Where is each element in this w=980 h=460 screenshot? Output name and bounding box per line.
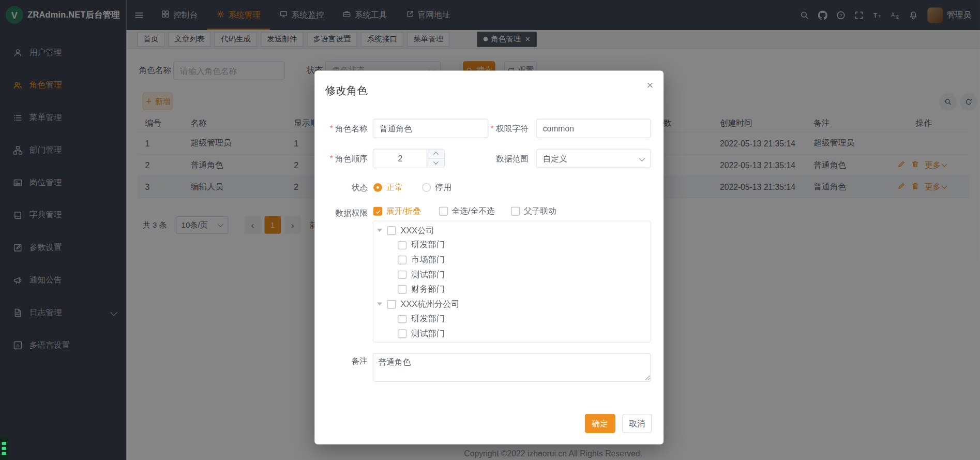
tree-node[interactable]: 市场部门 <box>373 253 651 267</box>
radio-normal-label[interactable]: 正常 <box>386 182 402 193</box>
increase-button[interactable] <box>427 150 444 159</box>
dialog-title: 修改角色 <box>325 84 368 98</box>
tree-node-label[interactable]: XXX杭州分公司 <box>401 299 460 310</box>
edit-role-dialog: 修改角色 × 角色名称 权限字符 角色顺序 数据范围 自定义 状态 正常 停用 <box>314 70 664 444</box>
tree-node[interactable]: 测试部门 <box>373 327 651 341</box>
chevron-down-icon <box>639 155 645 161</box>
confirm-button[interactable]: 确定 <box>585 414 615 433</box>
permission-tree: XXX公司 研发部门 市场部门 测试部门 财务部门 XXX杭州分公司 <box>373 220 651 343</box>
tree-node-label[interactable]: 研发部门 <box>411 240 445 251</box>
checkbox-expand[interactable] <box>373 207 382 215</box>
cancel-button[interactable]: 取消 <box>622 414 652 433</box>
tree-node-label[interactable]: 财务部门 <box>411 284 445 295</box>
data-scope-value: 自定义 <box>543 153 567 164</box>
tree-node[interactable]: 财务部门 <box>373 282 651 296</box>
radio-normal[interactable] <box>373 183 382 192</box>
data-perm-label: 数据权限 <box>314 209 368 217</box>
checkbox-select-all-label[interactable]: 全选/全不选 <box>452 205 495 217</box>
role-name-label: 角色名称 <box>314 124 368 133</box>
perm-char-field[interactable] <box>536 119 651 138</box>
role-order-stepper <box>373 149 445 168</box>
checkbox-expand-label[interactable]: 展开/折叠 <box>386 205 421 217</box>
tree-node[interactable]: XXX公司 <box>373 223 651 238</box>
role-order-label: 角色顺序 <box>314 154 368 163</box>
remark-label: 备注 <box>314 357 368 366</box>
tree-checkbox[interactable] <box>398 271 406 279</box>
tree-checkbox[interactable] <box>387 226 396 234</box>
tree-checkbox[interactable] <box>387 300 396 308</box>
corner-widget-icon <box>0 436 9 460</box>
checkbox-linkage[interactable] <box>511 207 519 215</box>
close-icon[interactable]: × <box>646 79 653 91</box>
tree-node[interactable]: 研发部门 <box>373 311 651 326</box>
tree-checkbox[interactable] <box>398 285 406 293</box>
tree-node-label[interactable]: 市场部门 <box>411 255 445 266</box>
tree-checkbox[interactable] <box>398 330 406 338</box>
checkbox-select-all[interactable] <box>439 207 447 215</box>
caret-down-icon[interactable] <box>377 229 382 232</box>
data-perm-options: 展开/折叠 全选/全不选 父子联动 <box>373 203 556 219</box>
stepper-buttons <box>427 150 444 168</box>
data-scope-label: 数据范围 <box>471 154 529 163</box>
checkbox-linkage-label[interactable]: 父子联动 <box>524 205 556 217</box>
radio-disabled-label[interactable]: 停用 <box>435 182 451 193</box>
tree-node[interactable]: XXX杭州分公司 <box>373 297 651 311</box>
status-label: 状态 <box>314 184 368 192</box>
remark-textarea[interactable]: 普通角色 <box>373 353 651 382</box>
tree-checkbox[interactable] <box>398 241 406 249</box>
tree-checkbox[interactable] <box>398 256 406 264</box>
caret-down-icon[interactable] <box>377 303 382 306</box>
tree-checkbox[interactable] <box>398 315 406 323</box>
tree-node[interactable]: 测试部门 <box>373 268 651 282</box>
tree-node-label[interactable]: 测试部门 <box>411 269 445 280</box>
decrease-button[interactable] <box>427 158 444 168</box>
perm-char-label: 权限字符 <box>471 124 529 133</box>
status-radio-group: 正常 停用 <box>373 178 451 197</box>
tree-node-label[interactable]: 研发部门 <box>411 314 445 325</box>
tree-node-label[interactable]: XXX公司 <box>401 225 434 236</box>
resize-grip-icon[interactable] <box>645 375 651 381</box>
app-root: V ZRAdmin.NET后台管理 用户管理 角色管理 菜单管理 部门管理 <box>0 0 980 460</box>
data-scope-select[interactable]: 自定义 <box>536 149 651 168</box>
tree-node[interactable]: 研发部门 <box>373 238 651 253</box>
radio-disabled[interactable] <box>422 183 431 192</box>
tree-node-label[interactable]: 测试部门 <box>411 328 445 339</box>
role-order-field[interactable] <box>373 150 427 168</box>
